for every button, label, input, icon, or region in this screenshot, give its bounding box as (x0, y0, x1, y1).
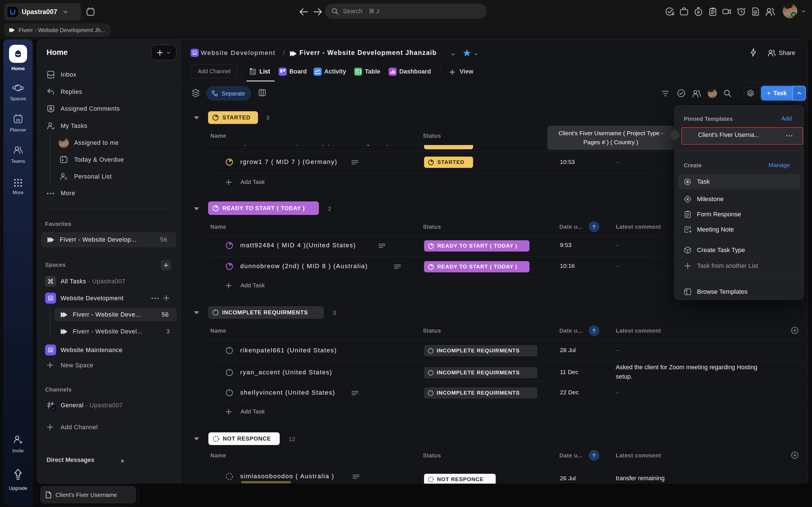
svg-text:25: 25 (16, 118, 20, 122)
